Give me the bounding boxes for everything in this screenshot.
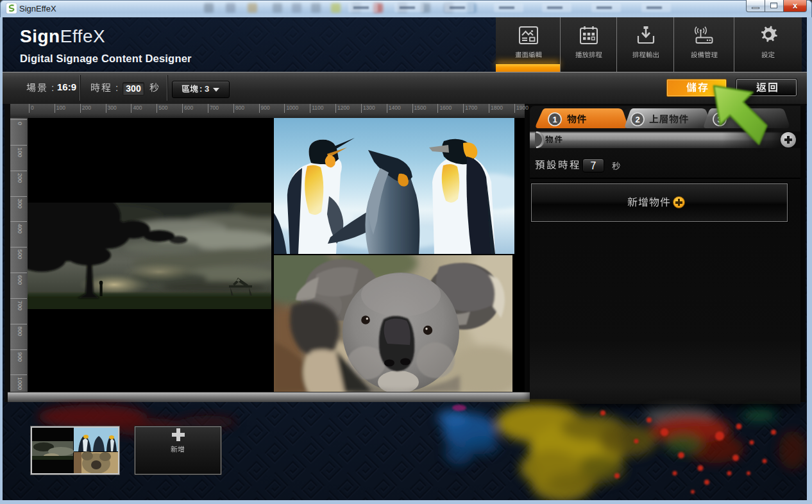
svg-text:1: 1	[552, 115, 557, 124]
svg-text:2: 2	[635, 115, 639, 124]
